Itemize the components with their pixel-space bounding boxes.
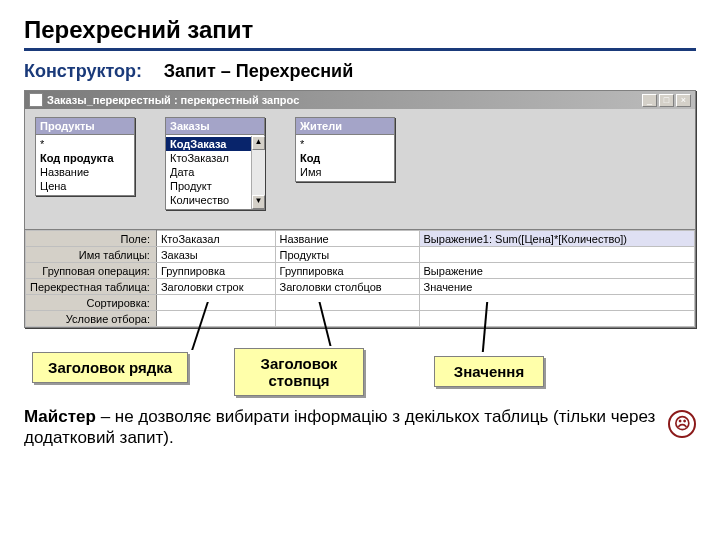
field-row[interactable]: КодЗаказа: [166, 137, 264, 151]
field-row[interactable]: Дата: [166, 165, 264, 179]
grid-cell[interactable]: [156, 295, 275, 311]
grid-cell[interactable]: Заголовки строк: [156, 279, 275, 295]
grid-cell[interactable]: Значение: [419, 279, 694, 295]
note-rest: – не дозволяє вибирати інформацію з декі…: [24, 407, 655, 447]
callout-column-header: Заголовок стовпця: [234, 348, 364, 396]
relationships-pane[interactable]: Продукты * Код продукта Название Цена За…: [25, 109, 695, 229]
grid-row-label: Поле:: [26, 231, 157, 247]
scroll-up-icon[interactable]: ▲: [252, 136, 265, 150]
field-row[interactable]: КтоЗаказал: [166, 151, 264, 165]
grid-row-label: Имя таблицы:: [26, 247, 157, 263]
field-row[interactable]: *: [36, 137, 134, 151]
field-row[interactable]: Код продукта: [36, 151, 134, 165]
grid-cell[interactable]: [275, 311, 419, 327]
grid-cell[interactable]: [156, 311, 275, 327]
query-grid[interactable]: Поле: КтоЗаказал Название Выражение1: Su…: [25, 229, 695, 327]
grid-cell[interactable]: [275, 295, 419, 311]
grid-row-label: Перекрестная таблица:: [26, 279, 157, 295]
grid-cell[interactable]: КтоЗаказал: [156, 231, 275, 247]
scrollbar[interactable]: ▲ ▼: [251, 136, 265, 209]
grid-cell[interactable]: Продукты: [275, 247, 419, 263]
field-row[interactable]: Количество: [166, 193, 264, 207]
callout-value: Значення: [434, 356, 544, 387]
field-row[interactable]: Код: [296, 151, 394, 165]
bottom-note: ☹ Майстер – не дозволяє вибирати інформа…: [24, 406, 696, 449]
grid-row-label: Групповая операция:: [26, 263, 157, 279]
callout-row-header: Заголовок рядка: [32, 352, 188, 383]
grid-cell[interactable]: Выражение: [419, 263, 694, 279]
field-row[interactable]: Имя: [296, 165, 394, 179]
field-row[interactable]: *: [296, 137, 394, 151]
minimize-button[interactable]: _: [642, 94, 657, 107]
table-box-residents[interactable]: Жители * Код Имя: [295, 117, 395, 182]
table-header: Заказы: [166, 118, 264, 135]
window-icon: [29, 93, 43, 107]
grid-cell[interactable]: Заголовки столбцов: [275, 279, 419, 295]
callouts: Заголовок рядка Заголовок стовпця Значен…: [24, 330, 696, 400]
field-row[interactable]: Продукт: [166, 179, 264, 193]
subtitle-row: Конструктор: Запит – Перехресний: [24, 61, 696, 82]
grid-cell[interactable]: Группировка: [275, 263, 419, 279]
grid-row-label: Условие отбора:: [26, 311, 157, 327]
scroll-down-icon[interactable]: ▼: [252, 195, 265, 209]
table-header: Продукты: [36, 118, 134, 135]
note-lead: Майстер: [24, 407, 96, 426]
designer-label: Конструктор:: [24, 61, 142, 81]
query-window: Заказы_перекрестный : перекрестный запро…: [24, 90, 696, 328]
field-row[interactable]: Цена: [36, 179, 134, 193]
grid-cell[interactable]: Название: [275, 231, 419, 247]
subtitle-text: Запит – Перехресний: [164, 61, 354, 81]
grid-row-label: Сортировка:: [26, 295, 157, 311]
grid-cell[interactable]: Группировка: [156, 263, 275, 279]
slide-title: Перехресний запит: [24, 16, 696, 51]
grid-cell[interactable]: [419, 311, 694, 327]
grid-cell[interactable]: Выражение1: Sum([Цена]*[Количество]): [419, 231, 694, 247]
titlebar[interactable]: Заказы_перекрестный : перекрестный запро…: [25, 91, 695, 109]
sad-face-icon: ☹: [668, 410, 696, 438]
window-title: Заказы_перекрестный : перекрестный запро…: [47, 94, 642, 106]
table-header: Жители: [296, 118, 394, 135]
maximize-button[interactable]: □: [659, 94, 674, 107]
field-row[interactable]: Название: [36, 165, 134, 179]
table-box-orders[interactable]: Заказы КодЗаказа КтоЗаказал Дата Продукт…: [165, 117, 265, 210]
close-button[interactable]: ×: [676, 94, 691, 107]
table-box-products[interactable]: Продукты * Код продукта Название Цена: [35, 117, 135, 196]
grid-cell[interactable]: Заказы: [156, 247, 275, 263]
grid-cell[interactable]: [419, 247, 694, 263]
grid-cell[interactable]: [419, 295, 694, 311]
